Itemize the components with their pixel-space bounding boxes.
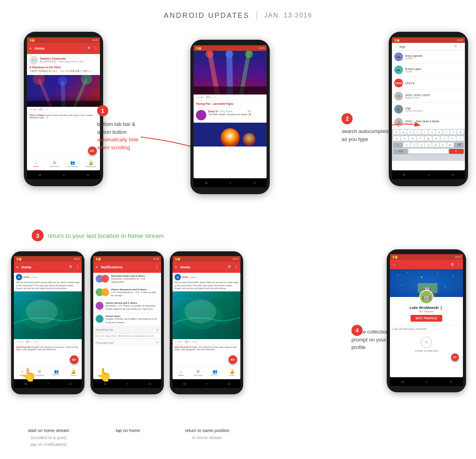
kb-key-l[interactable]: l (457, 136, 464, 141)
p4-tab-collections[interactable]: ⊞ Collections (31, 369, 48, 376)
p6-search-icon[interactable]: 🔍 (228, 265, 232, 269)
kb-key-b[interactable]: b (432, 143, 439, 147)
profile-fab[interactable]: ✏ (451, 353, 459, 361)
profile-recents-btn[interactable]: □ (450, 380, 452, 384)
phone-3-nav-bar: ▽ ○ □ (392, 170, 465, 179)
kb-key-h[interactable]: h (433, 136, 440, 141)
p3-home[interactable]: ○ (428, 173, 430, 177)
annotation-2-line1: search autocomplete (342, 127, 390, 135)
p6-nasa-avatar: N (175, 274, 181, 280)
annotation-3-text: return to your last location in home str… (48, 232, 164, 239)
p6-home[interactable]: ○ (206, 382, 208, 386)
search-bar[interactable]: ← lego ✕ ⋮ (392, 43, 465, 50)
p4-tab-home[interactable]: ⌂ Home (14, 369, 31, 376)
search-more-icon[interactable]: ⋮ (459, 44, 463, 48)
search-result-4[interactable]: L Lego Richard Woodling (392, 103, 465, 116)
p4-back[interactable]: ◁ (24, 382, 27, 386)
p6-more-icon[interactable]: ⋮ (234, 265, 238, 269)
kb-key-m[interactable]: m (447, 143, 453, 147)
tab-collections[interactable]: ⊞ Collections (45, 160, 63, 168)
profile-home-btn[interactable]: ○ (426, 380, 428, 384)
kb-key-o[interactable]: o (450, 130, 457, 135)
p5-more-icon[interactable]: ⋮ (155, 265, 159, 269)
p6-tab-notifications[interactable]: 🔔 Notifs (223, 369, 240, 376)
kb-numbers[interactable]: 7123 (393, 149, 408, 154)
p4-fab[interactable]: ✏ (70, 355, 79, 364)
kb-key-c[interactable]: c (418, 143, 424, 147)
status-time: 10:23 (92, 39, 98, 41)
kb-key-i[interactable]: i (443, 130, 449, 135)
notif-avatars-0 (96, 275, 109, 283)
kb-key-p[interactable]: p (457, 130, 464, 135)
kb-key-k[interactable]: k (449, 136, 456, 141)
p4-home[interactable]: ○ (47, 382, 49, 386)
kb-space[interactable] (409, 149, 448, 154)
p4-recents[interactable]: □ (69, 382, 71, 386)
p3-recents[interactable]: □ (452, 173, 454, 177)
p5-back[interactable]: ◁ (104, 382, 106, 386)
p6-nav-bar: ◁ ○ □ (173, 379, 240, 388)
search-result-0[interactable]: GL Greg Legowski Aristotle (392, 50, 465, 64)
section-chevron[interactable]: ∨ (156, 328, 159, 332)
p3-back[interactable]: ▽ (403, 173, 405, 177)
search-result-3[interactable]: ⬡ LEGO, LEGO, LEGO! Eogham Irving (392, 90, 465, 103)
kb-key-z[interactable]: z (403, 143, 410, 147)
recents-button[interactable]: □ (87, 173, 89, 177)
search-result-1[interactable]: AL Arnaud Legon Google (392, 64, 465, 77)
edit-profile-button[interactable]: EDIT PROFILE (411, 315, 442, 322)
p4-search-icon[interactable]: 🔍 (69, 265, 73, 269)
profile-more-icon[interactable]: ⋮ (457, 262, 461, 266)
home-button[interactable]: ○ (63, 173, 65, 177)
kb-key-v[interactable]: v (425, 143, 432, 147)
p6-tab-collections[interactable]: ⊞ Collections (190, 369, 207, 376)
profile-back-icon[interactable]: ← (392, 262, 396, 267)
profile-settings-icon[interactable]: ⚙ (451, 262, 454, 266)
profile-name: Luke Wroblewski 🏅 (392, 306, 461, 310)
kb-key-d[interactable]: d (409, 136, 416, 141)
search-result-2[interactable]: LEGO LEGO ♥ (392, 77, 465, 90)
search-icon[interactable]: 🔍 (87, 46, 92, 50)
kb-key-x[interactable]: x (411, 143, 417, 147)
p4-more-icon[interactable]: ⋮ (76, 265, 79, 269)
feed-actions: +1 134 💬 9 ↗ (27, 107, 100, 112)
share-icon[interactable]: ↗ (46, 108, 48, 111)
kb-delete[interactable]: ⌫ (454, 143, 464, 147)
p4-tab-communities[interactable]: 👥 Commun... (48, 369, 65, 376)
more-icon[interactable]: ⋮ (94, 46, 98, 50)
p5-recents[interactable]: □ (149, 382, 151, 386)
search-back-icon[interactable]: ← (394, 44, 398, 48)
tab-notifications[interactable]: 🔔 Notifications (82, 160, 100, 168)
tab-home[interactable]: ⌂ Home (27, 160, 45, 168)
kb-key-u[interactable]: u (436, 130, 442, 135)
p4-tab-notifications[interactable]: 🔔 Notifs (65, 369, 82, 376)
p6-back[interactable]: ◁ (183, 382, 185, 386)
profile-back-btn[interactable]: ◁ (401, 380, 403, 384)
kb-key-g[interactable]: g (425, 136, 432, 141)
kb-key-a[interactable]: a (393, 136, 400, 141)
create-collection[interactable]: + Create a Collection (392, 333, 461, 356)
p6-comment: John Prescott Actually I am not privy to… (173, 345, 240, 352)
p6-tab-home[interactable]: ⌂ Home (173, 369, 190, 376)
notif-action-2: Reshared, +1'd: There's a number of inte… (106, 304, 159, 311)
fab-button[interactable]: ✏ (88, 147, 97, 155)
search-clear-icon[interactable]: ✕ (454, 44, 457, 48)
kb-key-y[interactable]: y (429, 130, 435, 135)
p6-fab[interactable]: ✏ (228, 355, 237, 364)
p2-back[interactable]: ◁ (205, 181, 207, 185)
result-info-3: LEGO, LEGO, LEGO! Eogham Irving (405, 94, 430, 99)
search-query[interactable]: lego (399, 45, 453, 48)
p2-home[interactable]: ○ (229, 181, 231, 185)
p6-recents[interactable]: □ (228, 382, 230, 386)
kb-key-n[interactable]: n (440, 143, 446, 147)
kb-key-f[interactable]: f (417, 136, 424, 141)
p6-tab-communities[interactable]: 👥 Commun... (207, 369, 224, 376)
p5-home[interactable]: ○ (127, 382, 129, 386)
kb-search-button[interactable]: 🔍 (449, 149, 464, 154)
tab-communities[interactable]: 👥 Communities (63, 160, 82, 168)
p2-recents[interactable]: □ (253, 181, 255, 185)
kb-key-s[interactable]: s (401, 136, 408, 141)
back-button[interactable]: ◁ (38, 173, 40, 177)
kb-key-j[interactable]: j (441, 136, 448, 141)
kb-shift[interactable]: ⇧ (393, 143, 403, 147)
p2-share-icon[interactable]: ↗ (213, 96, 215, 98)
